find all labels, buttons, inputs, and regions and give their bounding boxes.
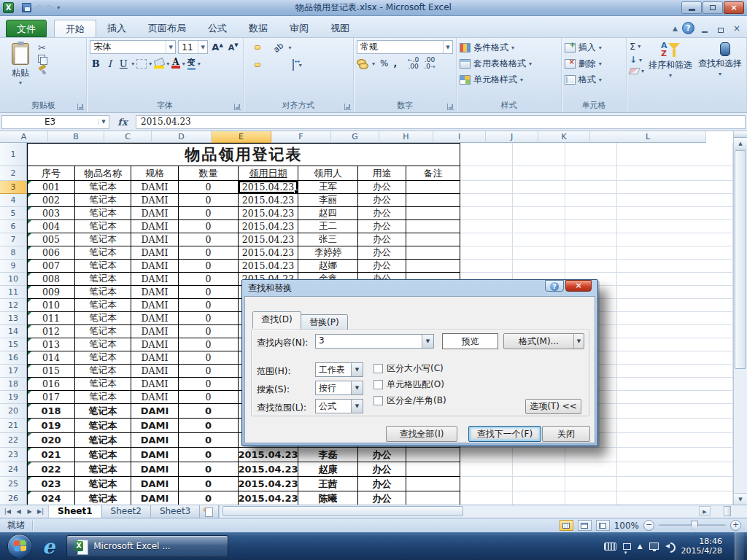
empty-cell[interactable] [460, 233, 513, 246]
increase-indent-icon[interactable] [279, 63, 285, 67]
data-cell-r3-A[interactable]: 001 [27, 181, 75, 194]
close-button[interactable]: × [724, 1, 744, 14]
data-cell-r6-G[interactable]: 办公 [358, 220, 406, 233]
internet-explorer-icon[interactable]: e [42, 535, 55, 558]
empty-cell[interactable] [565, 233, 617, 246]
data-cell-r8-F[interactable]: 李婷婷 [298, 246, 358, 260]
data-cell-r26-E[interactable]: 2015.04.23 [239, 491, 298, 505]
bold-icon[interactable]: B [90, 58, 101, 69]
data-cell-r8-E[interactable]: 2015.04.23 [239, 246, 298, 260]
format-as-table-button[interactable]: 套用表格格式▾ [460, 58, 558, 70]
empty-cell[interactable] [513, 166, 565, 181]
start-button[interactable] [7, 534, 32, 559]
data-cell-r9-H[interactable] [406, 260, 460, 273]
find-tab[interactable]: 查找(D) [252, 311, 301, 329]
insert-cells-button[interactable]: 插入▾ [565, 42, 623, 54]
data-cell-r12-B[interactable]: 笔记本 [75, 299, 131, 312]
conditional-formatting-button[interactable]: 条件格式▾ [460, 42, 558, 54]
options-button[interactable]: 选项(T) << [525, 399, 581, 414]
empty-cell[interactable] [460, 181, 513, 194]
data-cell-r14-A[interactable]: 012 [27, 325, 75, 338]
header-cell-用途[interactable]: 用途 [358, 166, 406, 181]
row-header-6[interactable]: 6 [0, 220, 27, 233]
column-header-I[interactable]: I [433, 131, 486, 143]
column-header-K[interactable]: K [538, 131, 590, 143]
empty-cell[interactable] [617, 477, 733, 491]
format-cells-button[interactable]: 格式▾ [565, 74, 623, 86]
normal-view-button[interactable] [560, 520, 573, 531]
scroll-down-icon[interactable]: ▼ [734, 493, 747, 505]
empty-cell[interactable] [565, 166, 617, 181]
data-cell-r13-C[interactable]: DAMI [131, 312, 179, 325]
help-icon[interactable]: ? [682, 22, 694, 34]
scroll-up-icon[interactable]: ▲ [734, 138, 747, 149]
data-cell-r15-B[interactable]: 笔记本 [75, 338, 131, 351]
empty-cell[interactable] [617, 404, 733, 419]
empty-cell[interactable] [565, 491, 617, 505]
header-cell-领用人[interactable]: 领用人 [298, 166, 358, 181]
empty-cell[interactable] [513, 181, 565, 194]
empty-cell[interactable] [513, 143, 565, 166]
sheet-tab-sheet1[interactable]: Sheet1 [49, 505, 102, 518]
row-header-20[interactable]: 20 [0, 404, 27, 419]
data-cell-r25-A[interactable]: 023 [27, 477, 75, 491]
ribbon-tab-公式[interactable]: 公式 [197, 20, 238, 37]
sheet-tab-sheet2[interactable]: Sheet2 [102, 505, 151, 518]
accounting-format-icon[interactable] [357, 59, 367, 69]
empty-cell[interactable] [565, 220, 617, 233]
data-cell-r7-B[interactable]: 笔记本 [75, 233, 131, 246]
tray-expand-icon[interactable]: ▲ [638, 542, 643, 550]
dialog-title-bar[interactable]: 查找和替换 ? × [242, 280, 597, 296]
qat-customize-icon[interactable]: ▾ [57, 4, 60, 11]
phonetic-icon[interactable]: 变 [187, 57, 196, 70]
data-cell-r17-C[interactable]: DAMI [131, 365, 179, 378]
redo-icon[interactable]: ↷ [46, 4, 53, 12]
shrink-font-icon[interactable]: A▼ [227, 42, 240, 52]
row-header-21[interactable]: 21 [0, 419, 27, 433]
data-cell-r20-A[interactable]: 018 [27, 404, 75, 419]
paste-button[interactable]: 粘贴 ▾ [3, 40, 38, 101]
borders-icon[interactable] [136, 59, 147, 69]
row-header-17[interactable]: 17 [0, 365, 27, 378]
data-cell-r4-F[interactable]: 李丽 [298, 194, 358, 207]
align-center-icon[interactable] [255, 63, 260, 67]
data-cell-r21-B[interactable]: 笔记本 [75, 419, 131, 433]
ribbon-tab-开始[interactable]: 开始 [54, 20, 96, 37]
alignment-dialog-launcher[interactable] [344, 104, 351, 110]
row-header-12[interactable]: 12 [0, 299, 27, 312]
look-in-dropdown-icon[interactable]: ▼ [351, 400, 363, 413]
cut-icon[interactable]: ✂ [38, 43, 47, 52]
data-cell-r23-F[interactable]: 李磊 [298, 448, 358, 462]
autosum-icon[interactable]: Σ [630, 41, 635, 52]
data-cell-r14-C[interactable]: DAMI [131, 325, 179, 338]
column-header-F[interactable]: F [271, 131, 331, 143]
data-cell-r24-G[interactable]: 办公 [358, 462, 406, 477]
data-cell-r11-A[interactable]: 009 [27, 286, 75, 299]
within-dropdown-icon[interactable]: ▼ [351, 363, 363, 376]
empty-cell[interactable] [565, 448, 617, 462]
column-header-A[interactable]: A [0, 131, 48, 143]
data-cell-r3-C[interactable]: DAMI [131, 181, 179, 194]
data-cell-r25-F[interactable]: 王茜 [298, 477, 358, 491]
empty-cell[interactable] [460, 491, 513, 505]
empty-cell[interactable] [617, 351, 733, 365]
column-header-E[interactable]: E [212, 131, 271, 143]
empty-cell[interactable] [513, 194, 565, 207]
data-cell-r7-A[interactable]: 005 [27, 233, 75, 246]
clear-icon[interactable] [628, 68, 640, 74]
row-header-7[interactable]: 7 [0, 233, 27, 246]
data-cell-r3-E[interactable]: 2015.04.23 [239, 181, 298, 194]
empty-cell[interactable] [460, 166, 513, 181]
data-cell-r14-B[interactable]: 笔记本 [75, 325, 131, 338]
fill-icon[interactable]: ↓ [630, 55, 637, 65]
underline-icon[interactable]: U [117, 58, 129, 69]
data-cell-r22-B[interactable]: 笔记本 [75, 433, 131, 448]
row-header-25[interactable]: 25 [0, 477, 27, 491]
data-cell-r11-D[interactable]: 0 [179, 286, 239, 299]
empty-cell[interactable] [617, 491, 733, 505]
data-cell-r23-A[interactable]: 021 [27, 448, 75, 462]
data-cell-r7-F[interactable]: 张三 [298, 233, 358, 246]
font-color-icon[interactable]: A [171, 58, 179, 69]
data-cell-r6-D[interactable]: 0 [179, 220, 239, 233]
font-dialog-launcher[interactable] [234, 104, 241, 110]
